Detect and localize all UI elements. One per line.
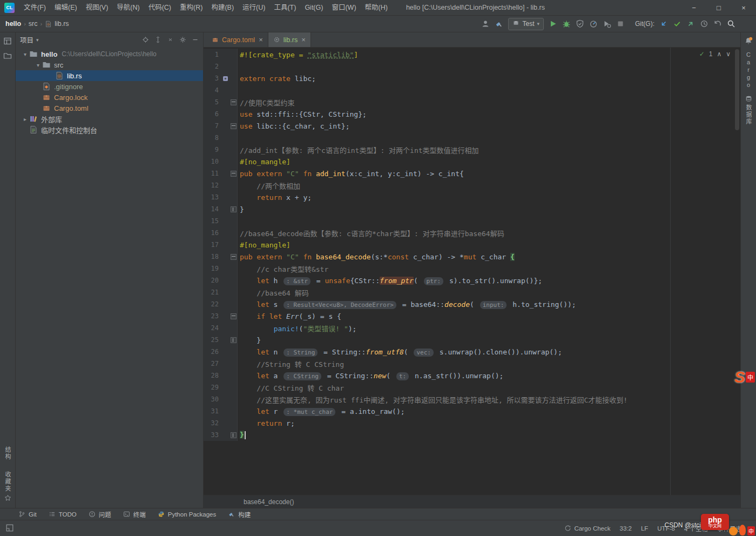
menu-item-7[interactable]: 运行(U) — [238, 0, 269, 15]
tool-window-button-TODO[interactable]: TODO — [46, 508, 79, 520]
code-line-10[interactable]: 10#[no_mangle] — [204, 156, 740, 168]
tool-windows-icon[interactable] — [5, 524, 14, 532]
code-line-19[interactable]: 19 //c char类型转&str — [204, 263, 740, 274]
profiler-icon[interactable] — [589, 19, 598, 28]
tool-window-button-终端[interactable]: 终端 — [121, 508, 148, 520]
search-icon[interactable] — [727, 19, 735, 28]
tree-item-lib.rs[interactable]: lib.rs — [16, 70, 203, 81]
code-line-2[interactable]: 2 — [204, 61, 740, 72]
menu-item-6[interactable]: 构建(B) — [207, 0, 238, 15]
rollback-icon[interactable] — [713, 19, 722, 28]
tool-stripe-button-收藏夹[interactable]: 收藏夹 — [3, 471, 12, 501]
code-line-4[interactable]: 4 — [204, 84, 740, 96]
fold-end-icon[interactable] — [231, 432, 237, 438]
event-log-button[interactable]: 事件日志 — [717, 524, 742, 533]
breadcrumb-src[interactable]: src — [29, 20, 38, 28]
next-issue-icon[interactable]: ∨ — [726, 50, 731, 58]
debug-icon[interactable] — [562, 19, 571, 28]
tree-item-外部库[interactable]: ▸外部库 — [16, 113, 203, 124]
tool-window-button-问题[interactable]: 问题 — [86, 508, 113, 520]
status-item-33:2[interactable]: 33:2 — [620, 525, 632, 532]
code-line-30[interactable]: 30 //这里实属无奈, 因为rust ffi中阐述, 对字符串返回只能是该字符… — [204, 393, 740, 405]
prev-issue-icon[interactable]: ∧ — [717, 50, 721, 58]
code-line-1[interactable]: 1#![crate_type = "staticlib"] — [204, 49, 740, 61]
code-line-25[interactable]: 25 } — [204, 334, 740, 346]
folder-tool-icon[interactable] — [3, 51, 12, 60]
fold-collapse-icon[interactable] — [231, 254, 237, 260]
close-icon[interactable]: × — [301, 36, 306, 44]
code-line-6[interactable]: 6use std::ffi::{CStr, CString}; — [204, 108, 740, 120]
code-line-8[interactable]: 8 — [204, 132, 740, 144]
code-line-23[interactable]: 23 if let Err(_s) = s { — [204, 310, 740, 322]
fold-collapse-icon[interactable] — [231, 99, 237, 105]
tree-item-.gitignore[interactable]: .gitignore — [16, 81, 203, 92]
chevron-right-icon[interactable]: ▸ — [21, 116, 29, 122]
stop-icon[interactable] — [616, 19, 625, 28]
status-item-UTF-8[interactable]: UTF-8 — [657, 525, 675, 532]
tool-window-button-构建[interactable]: 构建 — [226, 508, 253, 520]
tool-window-button-Python Packages[interactable]: Python Packages — [156, 508, 219, 520]
code-line-12[interactable]: 12 //两个数相加 — [204, 179, 740, 191]
run-config-selector[interactable]: Test ▾ — [508, 18, 544, 30]
tool-stripe-button-数据库[interactable]: 数据库 — [744, 95, 753, 125]
tab-Cargo.toml[interactable]: Cargo.toml× — [207, 32, 268, 47]
code-line-13[interactable]: 13 return x + y; — [204, 191, 740, 203]
hide-panel-icon[interactable] — [192, 36, 199, 43]
status-item-Cargo Check[interactable]: Cargo Check — [564, 525, 610, 532]
code-line-16[interactable]: 16//base64_decode函数【参数: c语言的*char类型】: 对字… — [204, 227, 740, 239]
menu-item-9[interactable]: Git(G) — [300, 0, 327, 15]
code-line-32[interactable]: 32 return r; — [204, 417, 740, 429]
breadcrumb-hello[interactable]: hello — [5, 20, 21, 28]
code-line-15[interactable]: 15 — [204, 215, 740, 227]
code-line-14[interactable]: 14} — [204, 203, 740, 215]
run-icon[interactable] — [549, 19, 557, 28]
run-profiler-icon[interactable] — [603, 19, 611, 28]
breadcrumb-lib.rs[interactable]: lib.rs — [55, 20, 69, 28]
code-line-18[interactable]: 18pub extern "C" fn base64_decode(s:*con… — [204, 251, 740, 263]
fold-end-icon[interactable] — [231, 337, 237, 343]
code-line-29[interactable]: 29 //C CString 转 C char — [204, 381, 740, 393]
history-clock-icon[interactable] — [700, 19, 708, 28]
code-line-27[interactable]: 27 //String 转 C CString — [204, 358, 740, 370]
menu-item-1[interactable]: 编辑(E) — [50, 0, 82, 15]
code-line-26[interactable]: 26 let n : String = String::from_utf8( v… — [204, 346, 740, 358]
menu-item-11[interactable]: 帮助(H) — [361, 0, 392, 15]
chevron-down-icon[interactable]: ▾ — [21, 51, 29, 57]
code-line-17[interactable]: 17#[no_mangle] — [204, 239, 740, 251]
user-icon[interactable] — [481, 19, 490, 28]
code-line-22[interactable]: 22 let s : Result<Vec<u8>, DecodeError> … — [204, 298, 740, 310]
status-item-4 个空格[interactable]: 4 个空格 — [684, 524, 708, 533]
tool-stripe-button-Cargo[interactable]: Cargo — [745, 51, 752, 89]
scrollbar-thumb[interactable] — [735, 49, 739, 130]
menu-item-10[interactable]: 窗口(W) — [327, 0, 360, 15]
minimize-button[interactable]: − — [681, 0, 706, 15]
menu-item-8[interactable]: 工具(T) — [269, 0, 300, 15]
expand-all-icon[interactable] — [154, 36, 161, 43]
maximize-button[interactable]: □ — [706, 0, 731, 15]
code-line-31[interactable]: 31 let r : *mut c_char = a.into_raw(); — [204, 405, 740, 417]
locate-target-icon[interactable] — [142, 36, 149, 43]
gear-icon[interactable] — [179, 36, 186, 43]
code-line-21[interactable]: 21 //base64 解码 — [204, 286, 740, 298]
menu-item-4[interactable]: 代码(C) — [144, 0, 176, 15]
menu-item-5[interactable]: 重构(R) — [176, 0, 207, 15]
menu-item-2[interactable]: 视图(V) — [82, 0, 113, 15]
coverage-icon[interactable] — [576, 19, 584, 28]
tool-window-button-Git[interactable]: Git — [16, 508, 39, 520]
inspection-widget[interactable]: ✓ 1 ∧ ∨ — [699, 50, 731, 58]
push-arrow-icon[interactable] — [686, 19, 695, 28]
status-item-LF[interactable]: LF — [641, 525, 648, 532]
tree-item-Cargo.toml[interactable]: Cargo.toml — [16, 103, 203, 113]
tree-item-src[interactable]: ▾src — [16, 59, 203, 70]
code-line-20[interactable]: 20 let h : &str = unsafe{CStr::from_ptr(… — [204, 274, 740, 286]
collapse-all-icon[interactable] — [167, 36, 174, 43]
tool-stripe-button-结构[interactable]: 结构 — [3, 446, 12, 460]
tree-item-Cargo.lock[interactable]: Cargo.lock — [16, 92, 203, 103]
fold-collapse-icon[interactable] — [231, 313, 237, 319]
fold-collapse-icon[interactable] — [231, 123, 237, 129]
code-line-28[interactable]: 28 let a : CString = CString::new( t: n.… — [204, 370, 740, 381]
code-line-3[interactable]: 3extern crate libc; — [204, 72, 740, 84]
project-panel-title[interactable]: 项目 ▾ — [20, 35, 39, 45]
tree-item-临时文件和控制台[interactable]: 临时文件和控制台 — [16, 124, 203, 135]
code-line-11[interactable]: 11pub extern "C" fn add_int(x:c_int, y:c… — [204, 168, 740, 179]
